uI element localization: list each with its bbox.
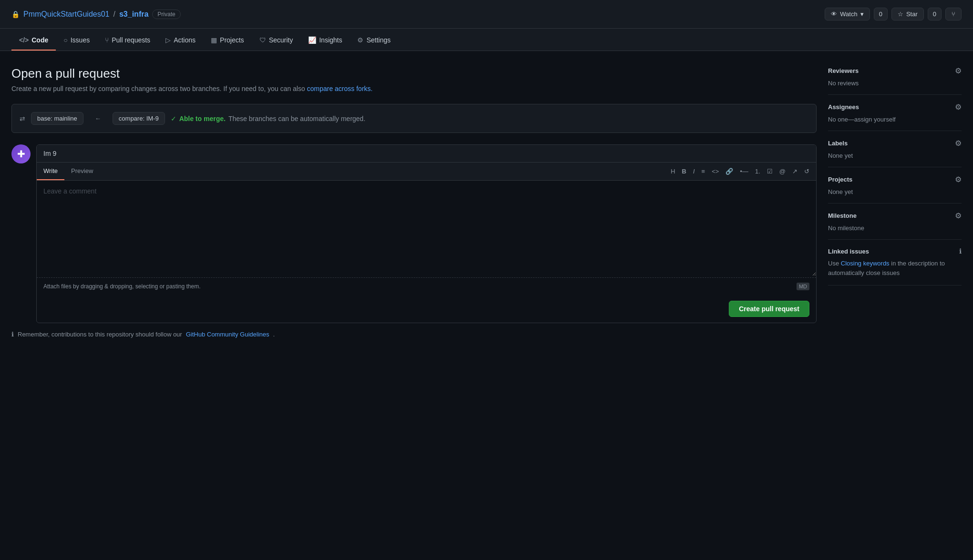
sidebar-reviewers-header: Reviewers ⚙ [828, 66, 962, 75]
base-branch-button[interactable]: base: mainline [31, 112, 83, 125]
star-button[interactable]: ☆ Star [891, 8, 924, 20]
bold-button[interactable]: B [679, 165, 689, 178]
tab-code-label: Code [31, 36, 48, 44]
labels-gear-icon[interactable]: ⚙ [955, 139, 962, 148]
editor-tabs-left: Write Preview [37, 163, 100, 180]
attach-area: Attach files by dragging & dropping, sel… [37, 277, 816, 295]
pr-form-area: ✚ Write Preview H B I ≡ <> 🔗 [11, 144, 817, 323]
compare-branch-button[interactable]: compare: IM-9 [113, 112, 165, 125]
linked-issues-title: Linked issues [828, 248, 869, 255]
page-title: Open a pull request [11, 66, 817, 81]
tab-projects[interactable]: ▦ Projects [203, 29, 252, 51]
projects-title: Projects [828, 176, 852, 183]
tab-security[interactable]: 🛡 Security [252, 29, 301, 51]
milestone-value: No milestone [828, 224, 864, 232]
reviewers-title: Reviewers [828, 67, 859, 74]
eye-icon: 👁 [831, 10, 837, 18]
community-notice: ℹ Remember, contributions to this reposi… [11, 331, 817, 338]
sidebar-assignees: Assignees ⚙ No one—assign yourself [828, 95, 962, 131]
milestone-gear-icon[interactable]: ⚙ [955, 211, 962, 220]
watch-label: Watch [840, 10, 857, 18]
community-period: . [273, 331, 275, 338]
play-icon: ▷ [166, 36, 171, 44]
assignees-value: No one—assign yourself [828, 116, 896, 123]
labels-title: Labels [828, 140, 848, 147]
tab-actions-label: Actions [174, 36, 196, 44]
sidebar-labels: Labels ⚙ None yet [828, 131, 962, 167]
sidebar-projects: Projects ⚙ None yet [828, 167, 962, 204]
community-notice-text: Remember, contributions to this reposito… [18, 331, 182, 338]
editor-toolbar: H B I ≡ <> 🔗 •— 1. ☑ @ ↗ ↺ [668, 165, 816, 178]
tab-actions[interactable]: ▷ Actions [158, 29, 203, 51]
fork-button[interactable]: ⑂ [945, 8, 962, 20]
sidebar-linked-issues: Linked issues ℹ Use Closing keywords in … [828, 240, 962, 285]
italic-button[interactable]: I [690, 165, 698, 178]
pr-title-input[interactable] [37, 145, 816, 163]
linked-issues-header: Linked issues ℹ [828, 247, 962, 255]
sidebar: Reviewers ⚙ No reviews Assignees ⚙ No on… [828, 66, 962, 285]
write-tab[interactable]: Write [37, 163, 64, 180]
linked-issues-line1: Use [828, 260, 839, 267]
undo-button[interactable]: ↺ [801, 165, 812, 178]
code-button[interactable]: <> [709, 165, 722, 178]
editor-footer: Create pull request [37, 295, 816, 323]
check-icon: ✓ [171, 115, 176, 122]
cross-ref-button[interactable]: ↗ [789, 165, 800, 178]
heading-button[interactable]: H [668, 165, 678, 178]
fork-icon: ⑂ [952, 10, 955, 18]
chevron-down-icon: ▾ [860, 10, 864, 18]
assignees-gear-icon[interactable]: ⚙ [955, 102, 962, 112]
tab-settings[interactable]: ⚙ Settings [350, 29, 398, 51]
repo-name: s3_infra [119, 10, 148, 19]
mention-button[interactable]: @ [776, 165, 788, 178]
closing-keywords-link[interactable]: Closing keywords [841, 260, 890, 267]
tab-code[interactable]: </> Code [11, 29, 56, 51]
linked-issues-text: Use Closing keywords in the description … [828, 259, 962, 277]
link-button[interactable]: 🔗 [723, 165, 736, 178]
watch-button[interactable]: 👁 Watch ▾ [825, 8, 869, 20]
tab-insights[interactable]: 📈 Insights [300, 29, 350, 51]
linked-issues-info-icon: ℹ [959, 247, 962, 255]
tab-insights-label: Insights [319, 36, 342, 44]
community-guidelines-link[interactable]: GitHub Community Guidelines [186, 331, 269, 338]
subtitle-text: Create a new pull request by comparing c… [11, 85, 305, 92]
ordered-list-button[interactable]: 1. [752, 165, 763, 178]
compare-across-forks-link[interactable]: compare across forks. [307, 85, 373, 92]
compare-arrows-icon: ⇄ [20, 115, 25, 122]
labels-value: None yet [828, 152, 853, 159]
branch-selector-area: ⇄ base: mainline ← compare: IM-9 ✓ Able … [11, 104, 817, 133]
milestone-title: Milestone [828, 212, 857, 219]
task-list-button[interactable]: ☑ [764, 165, 776, 178]
arrow-left-button[interactable]: ← [89, 112, 107, 124]
header-actions: 👁 Watch ▾ 0 ☆ Star 0 ⑂ [825, 8, 962, 20]
shield-icon: 🛡 [259, 36, 266, 44]
markdown-icon: MD [797, 283, 809, 290]
quote-button[interactable]: ≡ [699, 165, 708, 178]
comment-textarea[interactable] [37, 181, 816, 276]
reviewers-value: No reviews [828, 80, 859, 87]
projects-gear-icon[interactable]: ⚙ [955, 175, 962, 184]
merge-status: ✓ Able to merge. These branches can be a… [171, 115, 365, 122]
preview-tab[interactable]: Preview [64, 163, 100, 180]
reviewers-gear-icon[interactable]: ⚙ [955, 66, 962, 75]
tab-settings-label: Settings [366, 36, 391, 44]
gear-icon: ⚙ [357, 36, 363, 44]
projects-value: None yet [828, 188, 853, 195]
content-left: Open a pull request Create a new pull re… [11, 66, 817, 338]
tab-issues[interactable]: ○ Issues [56, 29, 97, 51]
star-count: 0 [928, 8, 942, 20]
watch-count: 0 [874, 8, 888, 20]
unordered-list-button[interactable]: •— [737, 165, 751, 178]
tab-pull-requests[interactable]: ⑂ Pull requests [97, 29, 158, 51]
sidebar-labels-header: Labels ⚙ [828, 139, 962, 148]
avatar: ✚ [11, 144, 31, 163]
grid-icon: ▦ [211, 36, 217, 44]
able-to-merge-text: Able to merge. [179, 115, 226, 122]
sidebar-reviewers: Reviewers ⚙ No reviews [828, 66, 962, 95]
sidebar-milestone-header: Milestone ⚙ [828, 211, 962, 220]
sidebar-projects-header: Projects ⚙ [828, 175, 962, 184]
sidebar-assignees-header: Assignees ⚙ [828, 102, 962, 112]
create-pull-request-button[interactable]: Create pull request [729, 301, 809, 317]
star-icon: ☆ [898, 10, 903, 18]
lock-icon: 🔒 [11, 10, 20, 18]
